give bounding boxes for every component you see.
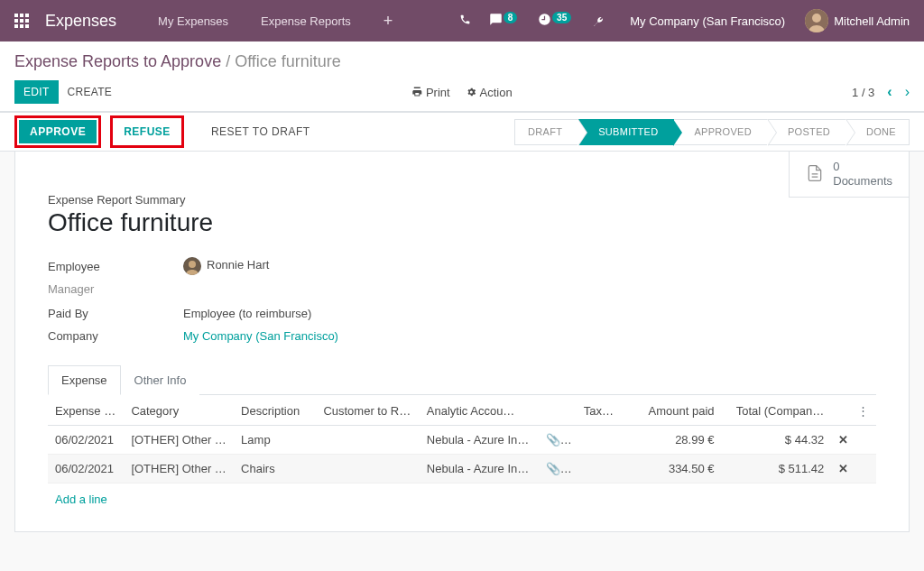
cell-analytic: Nebula - Azure In… [420,455,539,484]
remove-icon: ✕ [838,433,849,447]
tabs: Expense Other Info [48,364,876,395]
company-label: Company [48,329,183,343]
apps-icon[interactable] [14,14,29,28]
cell-customer [316,426,419,455]
top-navbar: Expenses My Expenses Expense Reports + 8… [0,0,924,41]
cell-remove[interactable]: ✕ [831,426,849,455]
cell-category: [OTHER] Other e… [124,455,234,484]
employee-label: Employee [48,260,183,273]
breadcrumb: Expense Reports to Approve / Office furn… [14,52,910,71]
cell-attach[interactable]: 📎0 [539,455,576,484]
table-row[interactable]: 06/02/2021[OTHER] Other e…LampNebula - A… [48,426,876,455]
cell-taxes [575,426,621,455]
documents-count: 0 [833,161,892,172]
th-kebab-icon[interactable]: ⋮ [850,395,876,426]
breadcrumb-current: Office furniture [235,52,341,70]
employee-avatar-icon [183,257,201,275]
cell-description: Lamp [234,426,316,455]
tab-expense[interactable]: Expense [48,365,121,395]
th-date[interactable]: Expense … [48,395,124,426]
tools-icon[interactable] [592,14,605,29]
cell-blank [850,455,876,484]
cell-category: [OTHER] Other e… [124,426,234,455]
stage-done[interactable]: DONE [846,119,910,145]
pager-text: 1 / 3 [852,86,874,99]
nav-my-expenses[interactable]: My Expenses [145,7,241,35]
messages-badge: 8 [504,12,518,23]
nav-add[interactable]: + [371,5,406,38]
print-button[interactable]: Print [411,86,449,99]
paperclip-icon: 📎 [546,462,560,475]
report-title: Office furniture [48,208,876,237]
expense-lines-table: Expense … Category Description Customer … [48,395,876,513]
cell-description: Chairs [234,455,316,484]
document-icon [806,162,824,187]
company-value[interactable]: My Company (San Francisco) [183,329,338,343]
cell-total: $ 511.42 [722,455,832,484]
approve-button[interactable]: APPROVE [19,120,97,143]
th-total[interactable]: Total (Compan… [722,395,832,426]
activities-icon[interactable]: 35 [538,13,574,29]
nav-expense-reports[interactable]: Expense Reports [248,7,364,35]
cell-amount: 334.50 € [621,455,722,484]
employee-value: Ronnie Hart [183,257,269,275]
th-remove [831,395,849,426]
status-bar: APPROVE REFUSE RESET TO DRAFT DRAFT SUBM… [0,112,924,152]
cell-date: 06/02/2021 [48,455,124,484]
manager-label: Manager [48,282,876,296]
stage-submitted[interactable]: SUBMITTED [578,119,674,145]
stage-approved[interactable]: APPROVED [674,119,768,145]
approve-highlight: APPROVE [14,115,101,148]
action-button[interactable]: Action [467,86,513,99]
summary-label: Expense Report Summary [48,193,876,207]
th-description[interactable]: Description [234,395,316,426]
paidby-value: Employee (to reimburse) [183,307,311,320]
cell-remove[interactable]: ✕ [831,455,849,484]
cell-blank [850,426,876,455]
stage-draft[interactable]: DRAFT [514,119,578,145]
add-line-row[interactable]: Add a line [48,484,876,514]
cell-total: $ 44.32 [722,426,832,455]
tab-other-info[interactable]: Other Info [121,365,200,395]
control-area: Expense Reports to Approve / Office furn… [0,41,924,112]
user-avatar [805,9,828,32]
paidby-label: Paid By [48,307,183,320]
user-name: Mitchell Admin [834,14,910,28]
refuse-highlight: REFUSE [110,115,184,148]
create-button[interactable]: CREATE [59,80,122,104]
th-analytic[interactable]: Analytic Accou… [420,395,539,426]
svg-point-1 [812,14,821,23]
cell-analytic: Nebula - Azure In… [420,426,539,455]
status-stages: DRAFT SUBMITTED APPROVED POSTED DONE [514,113,910,151]
edit-button[interactable]: EDIT [14,80,59,104]
th-attach [539,395,576,426]
cell-attach[interactable]: 📎0 [539,426,576,455]
reset-to-draft-button[interactable]: RESET TO DRAFT [202,120,319,143]
breadcrumb-parent[interactable]: Expense Reports to Approve [14,52,221,70]
documents-button[interactable]: 0 Documents [789,152,909,198]
documents-label: Documents [833,174,892,188]
app-brand[interactable]: Expenses [45,12,116,31]
svg-point-3 [189,261,196,268]
th-customer[interactable]: Customer to R… [316,395,419,426]
paperclip-icon: 📎 [546,433,560,447]
pager-next[interactable]: › [905,84,910,100]
th-amount[interactable]: Amount paid [621,395,722,426]
company-selector[interactable]: My Company (San Francisco) [630,14,785,28]
th-category[interactable]: Category [124,395,234,426]
messages-icon[interactable]: 8 [489,13,520,29]
remove-icon: ✕ [838,462,849,475]
refuse-button[interactable]: REFUSE [115,120,180,143]
pager-prev[interactable]: ‹ [887,84,892,100]
cell-customer [316,455,419,484]
phone-icon[interactable] [459,14,471,28]
cell-taxes [575,455,621,484]
user-menu[interactable]: Mitchell Admin [805,9,910,32]
add-line-label: Add a line [48,484,876,514]
activities-badge: 35 [552,12,571,23]
th-taxes[interactable]: Tax… [575,395,621,426]
stage-posted[interactable]: POSTED [768,119,846,145]
cell-amount: 28.99 € [621,426,722,455]
table-row[interactable]: 06/02/2021[OTHER] Other e…ChairsNebula -… [48,455,876,484]
cell-date: 06/02/2021 [48,426,124,455]
